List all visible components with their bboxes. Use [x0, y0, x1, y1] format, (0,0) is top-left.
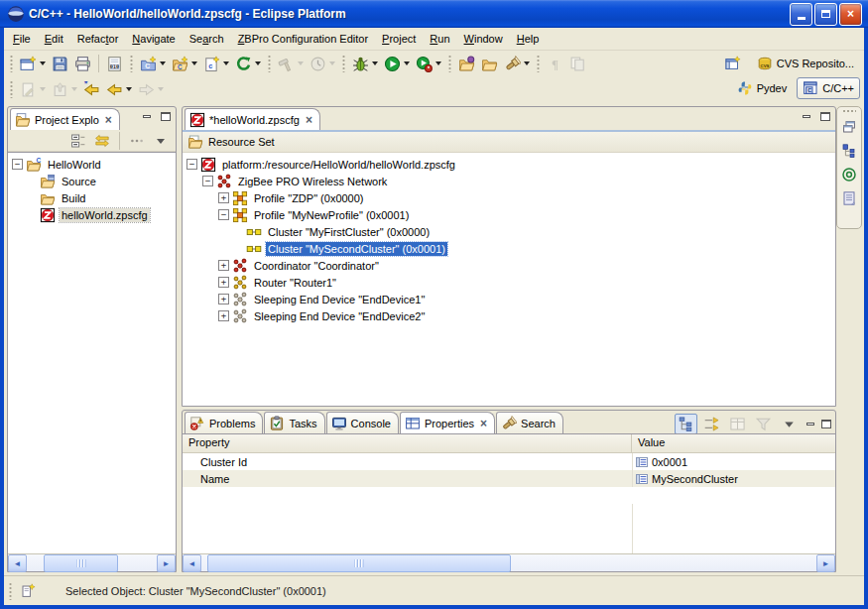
tree-item-label[interactable]: ZigBee PRO Wireless Network — [236, 175, 389, 188]
tab-search[interactable]: Search — [496, 412, 563, 433]
maximize-editor-button[interactable] — [818, 111, 831, 122]
drag-handle[interactable] — [8, 582, 14, 600]
expand-toggle-icon[interactable]: + — [218, 310, 229, 321]
notes-view-button[interactable] — [840, 188, 858, 208]
menu-file[interactable]: File — [6, 30, 38, 48]
perspective-cvs-reposito-[interactable]: CVSCVS Reposito... — [751, 53, 860, 74]
view-menu-arrow-button[interactable] — [778, 414, 801, 434]
menu-project[interactable]: Project — [375, 30, 423, 48]
tab-helloworld-zpscfg[interactable]: *helloWorld.zpscfg × — [185, 108, 320, 130]
maximize-view-button[interactable] — [819, 419, 832, 429]
save-button[interactable] — [49, 52, 71, 75]
expand-toggle-icon[interactable]: + — [218, 192, 229, 203]
menu-run[interactable]: Run — [423, 30, 456, 48]
expand-toggle-icon[interactable]: + — [218, 277, 229, 288]
property-row[interactable]: NameMySecondCluster — [183, 470, 835, 487]
outline-view-button[interactable] — [840, 141, 858, 161]
project-explorer-hscrollbar[interactable]: ◄ ► — [8, 553, 176, 571]
binary-editor-button[interactable]: 010 — [103, 52, 126, 75]
dropdown-arrow-icon[interactable] — [524, 61, 530, 65]
minimize-view-button[interactable] — [804, 419, 816, 429]
search-flashlight-button[interactable] — [501, 52, 533, 75]
scroll-right-icon[interactable]: ► — [816, 554, 835, 572]
new-c-project-button[interactable]: C — [137, 52, 169, 75]
maximize-button[interactable] — [814, 3, 837, 26]
tree-item-label[interactable]: Sleeping End Device "EndDevice2" — [252, 309, 427, 323]
tree-item-label[interactable]: Build — [60, 191, 87, 205]
tree-item-label[interactable]: helloWorld.zpscfg — [60, 208, 150, 222]
minimize-button[interactable] — [790, 3, 812, 26]
target-view-button[interactable] — [840, 165, 858, 184]
tree-item-label[interactable]: Source — [60, 175, 98, 188]
tree-mode-button[interactable] — [675, 414, 697, 434]
menu-zbpro-configuration-editor[interactable]: ZBPro Configuration Editor — [231, 30, 375, 48]
scroll-thumb[interactable] — [207, 554, 511, 572]
new-c-file-button[interactable]: c — [200, 52, 232, 75]
scroll-left-icon[interactable]: ◄ — [8, 554, 27, 572]
restore-view-button[interactable] — [840, 117, 858, 137]
menu-navigate[interactable]: Navigate — [125, 30, 182, 48]
perspective-pydev[interactable]: Pydev — [731, 77, 794, 99]
minimize-editor-button[interactable] — [800, 111, 812, 122]
last-edit-location-button[interactable]: * — [80, 77, 103, 101]
back-arrow-button[interactable] — [103, 77, 135, 101]
drag-handle[interactable] — [842, 109, 856, 113]
new-c-folder-button[interactable]: C — [169, 52, 200, 75]
dropdown-arrow-icon[interactable] — [160, 61, 166, 65]
sort-properties-button[interactable] — [700, 414, 723, 434]
tree-item-label[interactable]: Profile "ZDP" (0x0000) — [252, 191, 366, 205]
tab-tasks[interactable]: Tasks — [264, 412, 324, 433]
menu-search[interactable]: Search — [183, 30, 231, 48]
perspective-c-c++[interactable]: CC/C++ — [797, 77, 860, 99]
open-type-folder-button[interactable] — [455, 52, 478, 75]
column-header-value[interactable]: Value — [632, 434, 835, 452]
dropdown-arrow-icon[interactable] — [404, 61, 410, 65]
tree-item-label[interactable]: Router "Router1" — [252, 276, 338, 290]
dropdown-arrow-icon[interactable] — [255, 61, 261, 65]
close-icon[interactable]: × — [105, 115, 112, 125]
collapse-toggle-icon[interactable]: − — [202, 176, 213, 186]
run-play-button[interactable] — [381, 52, 413, 75]
dropdown-arrow-icon[interactable] — [435, 61, 441, 65]
tree-item-label[interactable]: Cluster "MyFirstCluster" (0x0000) — [266, 225, 432, 239]
tab-console[interactable]: Console — [326, 412, 399, 433]
tree-item-label[interactable]: Cluster "MySecondCluster" (0x0001) — [266, 242, 447, 256]
property-row[interactable]: Cluster Id0x0001 — [183, 453, 835, 470]
properties-hscrollbar[interactable]: ◄ ► — [183, 553, 835, 571]
tab-problems[interactable]: Problems — [185, 412, 263, 433]
run-external-button[interactable] — [413, 52, 444, 75]
tree-item-label[interactable]: Profile "MyNewProfile" (0x0001) — [252, 208, 411, 222]
dropdown-arrow-icon[interactable] — [40, 61, 46, 65]
scroll-left-icon[interactable]: ◄ — [183, 554, 201, 572]
menu-refactor[interactable]: Refactor — [70, 30, 126, 48]
expand-toggle-icon[interactable]: + — [218, 260, 229, 271]
dropdown-arrow-icon[interactable] — [372, 61, 378, 65]
tree-item-label[interactable]: Coordinator "Coordinator" — [252, 259, 381, 273]
scroll-right-icon[interactable]: ► — [157, 554, 176, 572]
column-header-property[interactable]: Property — [183, 434, 632, 452]
close-icon[interactable]: × — [306, 115, 312, 125]
menu-edit[interactable]: Edit — [38, 30, 70, 48]
expand-toggle-icon[interactable]: + — [218, 294, 229, 304]
dropdown-arrow-icon[interactable] — [223, 61, 229, 65]
collapse-toggle-icon[interactable]: − — [218, 209, 229, 220]
view-menu-arrow-button[interactable] — [150, 129, 172, 153]
tab-project-explorer[interactable]: Project Explo × — [10, 108, 120, 130]
scroll-thumb[interactable] — [44, 554, 118, 572]
new-wizard-button[interactable] — [17, 52, 49, 75]
tree-item-label[interactable]: Sleeping End Device "EndDevice1" — [252, 293, 427, 306]
menu-help[interactable]: Help — [510, 30, 547, 48]
maximize-view-button[interactable] — [159, 111, 172, 122]
collapse-toggle-icon[interactable]: − — [186, 159, 197, 170]
collapse-toggle-icon[interactable]: − — [12, 159, 23, 170]
collapse-all-button[interactable] — [67, 129, 89, 153]
build-refresh-button[interactable] — [232, 52, 264, 75]
close-button[interactable]: × — [839, 3, 862, 26]
dropdown-arrow-icon[interactable] — [126, 87, 132, 91]
debug-bug-button[interactable] — [349, 52, 381, 75]
minimize-view-button[interactable] — [140, 111, 153, 122]
link-with-editor-button[interactable] — [91, 129, 113, 153]
tree-item-label[interactable]: platform:/resource/HelloWorld/helloWorld… — [220, 158, 457, 172]
tab-properties[interactable]: Properties× — [400, 412, 495, 433]
print-button[interactable] — [71, 52, 94, 75]
